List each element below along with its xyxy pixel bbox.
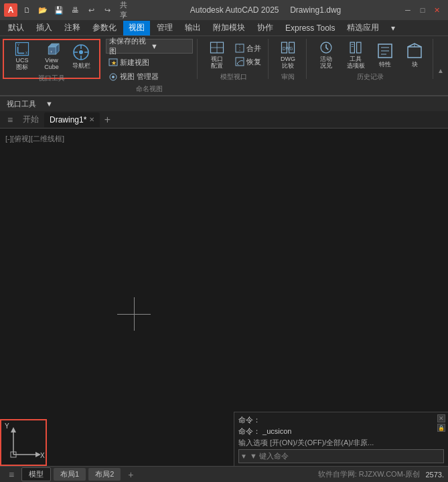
navigator-icon — [72, 43, 90, 62]
title-left: A 🗋 📂 💾 🖶 ↩ ↪ 共享 — [4, 3, 130, 17]
svg-rect-24 — [236, 58, 244, 66]
properties-button[interactable]: 特性 — [371, 39, 399, 71]
open-button[interactable]: 📂 — [36, 3, 50, 17]
model-viewport-label: 模型视口 — [203, 71, 264, 82]
status-menu-button[interactable]: ≡ — [4, 467, 19, 482]
menu-more[interactable]: ▾ — [386, 21, 400, 35]
drawing1-tab[interactable]: Drawing1* ✕ — [44, 112, 100, 127]
ribbon-group-named-views: 未保存的视图 ▼ ★ 新建视图 视图 管理器 — [102, 39, 198, 79]
command-area: 命令： 命令： _ucsicon 输入选项 [开(ON)/关(OFF)/全部(A… — [234, 412, 448, 466]
status-right: 软件自学网: RJZXW.COM-原创 2573. — [318, 469, 444, 479]
command-input-area: ▼ ▼ 键入命令 — [238, 449, 444, 463]
menu-manage[interactable]: 管理 — [151, 21, 178, 35]
status-left: ≡ 模型 布局1 布局2 + — [4, 467, 138, 482]
viewport-tools-buttons: Y X UCS图标 T ViewCube — [8, 40, 95, 72]
block-button[interactable]: 块 — [400, 39, 429, 71]
save-button[interactable]: 💾 — [52, 3, 66, 17]
close-button[interactable]: ✕ — [431, 3, 444, 17]
ribbon-group-review: DWG DWG比较 审阅 — [270, 39, 307, 79]
title-bar: A 🗋 📂 💾 🖶 ↩ ↪ 共享 Autodesk AutoCAD 2025 D… — [0, 0, 448, 20]
ribbon-content: Y X UCS图标 T ViewCube — [0, 36, 448, 79]
restore-button[interactable]: 恢复 — [232, 56, 264, 68]
new-button[interactable]: 🗋 — [20, 3, 33, 17]
scroll-x-button[interactable]: ✕ — [437, 414, 445, 422]
ucs-axes-svg: Y X — [1, 418, 48, 465]
minimize-button[interactable]: ─ — [401, 3, 415, 17]
add-layout-button[interactable]: + — [123, 467, 138, 482]
ribbon-group-model-viewport: 视口配置 合并 — [199, 39, 269, 79]
cmd-line-1: 命令： — [238, 415, 444, 425]
menu-annotate[interactable]: 注释 — [59, 21, 86, 35]
menu-insert[interactable]: 插入 — [31, 21, 58, 35]
tool-palettes-button[interactable]: 工具选项板 — [342, 39, 370, 71]
undo-button[interactable]: ↩ — [84, 3, 98, 17]
navigator-button[interactable]: 导航栏 — [67, 40, 95, 72]
merge-button[interactable]: 合并 — [232, 42, 264, 55]
maximize-button[interactable]: □ — [416, 3, 429, 17]
tab-menu-button[interactable]: ≡ — [3, 112, 17, 127]
views-dropdown[interactable]: 未保存的视图 ▼ — [106, 39, 193, 54]
model-tab[interactable]: 模型 — [21, 467, 51, 481]
scroll-buttons: ✕ 🔒 — [437, 414, 445, 432]
print-button[interactable]: 🖶 — [68, 3, 82, 17]
coord-display: 2573. — [425, 471, 444, 479]
cmd-line-2: 命令： _ucsicon — [238, 426, 444, 436]
dwg-compare-icon: DWG — [279, 40, 297, 55]
menu-bar: 默认 插入 注释 参数化 视图 管理 输出 附加模块 协作 Express To… — [0, 20, 448, 36]
viewport-label: [-][俯视][二维线框] — [5, 134, 64, 144]
dropdown-arrow-icon: ▼ — [151, 42, 190, 50]
window-title: Autodesk AutoCAD 2025 Drawing1.dwg — [190, 5, 341, 15]
crosshair-v — [134, 297, 135, 331]
view-manager-button[interactable]: 视图 管理器 — [106, 70, 193, 83]
block-icon — [405, 42, 424, 60]
menu-collaborate[interactable]: 协作 — [252, 21, 279, 35]
menu-parametric[interactable]: 参数化 — [87, 21, 122, 35]
scroll-lock-button[interactable]: 🔒 — [437, 424, 445, 432]
viewport-toolbar: 视口工具 ▼ — [0, 96, 448, 111]
svg-text:★: ★ — [111, 60, 117, 66]
layout1-tab[interactable]: 布局1 — [54, 468, 86, 481]
tab-close-button[interactable]: ✕ — [89, 116, 94, 123]
viewport: [-][俯视][二维线框] Y X 命 — [0, 129, 448, 466]
properties-icon — [376, 42, 394, 60]
start-tab[interactable]: 开始 — [17, 112, 44, 127]
new-tab-button[interactable]: + — [100, 112, 115, 127]
menu-featured[interactable]: 精选应用 — [342, 21, 384, 35]
menu-view[interactable]: 视图 — [123, 21, 150, 35]
ucs-icon-button[interactable]: Y X UCS图标 — [8, 40, 36, 72]
menu-output[interactable]: 输出 — [179, 21, 206, 35]
ribbon-group-viewport-tools: Y X UCS图标 T ViewCube — [3, 39, 100, 79]
viewport-tools-menu[interactable]: 视口工具 — [3, 98, 40, 110]
new-view-button[interactable]: ★ 新建视图 — [106, 56, 193, 69]
ucs-box: Y X — [0, 419, 47, 466]
svg-text:Y: Y — [5, 422, 9, 430]
ribbon-collapse-button[interactable]: ▲ — [435, 64, 447, 76]
svg-rect-29 — [350, 42, 354, 53]
redo-button[interactable]: ↪ — [100, 3, 114, 17]
svg-point-10 — [79, 50, 83, 54]
dwg-compare-button[interactable]: DWG DWG比较 — [274, 39, 302, 71]
activity-view-button[interactable]: 活动况见 — [312, 39, 340, 71]
review-label: 审阅 — [274, 71, 302, 82]
svg-rect-37 — [408, 47, 421, 58]
viewcube-button[interactable]: T ViewCube — [38, 40, 66, 72]
command-box: 命令： 命令： _ucsicon 输入选项 [开(ON)/关(OFF)/全部(A… — [234, 412, 448, 466]
svg-text:X: X — [25, 51, 28, 55]
viewport-config-icon — [208, 40, 226, 55]
command-dropdown-icon[interactable]: ▼ — [240, 453, 247, 460]
share-button[interactable]: 共享 — [117, 3, 130, 17]
viewport-tools-label: 视口工具 — [8, 72, 95, 84]
app-icon[interactable]: A — [4, 3, 17, 17]
history-label: 历史记录 — [312, 71, 429, 82]
svg-point-18 — [112, 76, 115, 78]
menu-express-tools[interactable]: Express Tools — [280, 21, 340, 35]
ucs-icon: Y X — [13, 42, 31, 56]
layout2-tab[interactable]: 布局2 — [88, 468, 121, 481]
restore-icon — [235, 57, 244, 66]
menu-addons[interactable]: 附加模块 — [208, 21, 250, 35]
menu-default[interactable]: 默认 — [3, 21, 29, 35]
viewport-config-button[interactable]: 视口配置 — [203, 39, 231, 71]
viewport-tools-arrow[interactable]: ▼ — [42, 99, 57, 108]
view-manager-icon — [108, 72, 118, 82]
merge-icon — [235, 44, 244, 53]
